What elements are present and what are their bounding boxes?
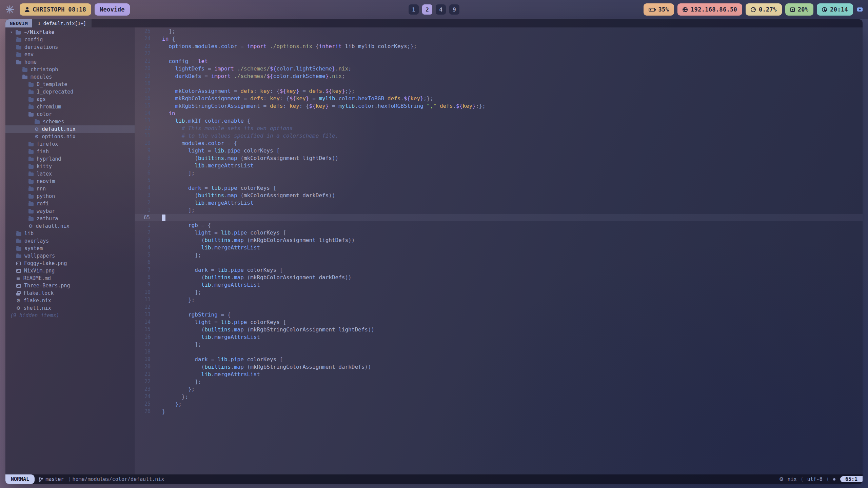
code-line[interactable]: 3 (builtins.map (mkColorAssignment darkD… [135, 191, 863, 199]
code-line[interactable]: 10 modules.color = { [135, 139, 863, 147]
code-line[interactable]: 17 mkColorAssignment = defs: key: {${key… [135, 87, 863, 95]
tree-item[interactable]: lib [5, 230, 135, 237]
editor[interactable]: 25 ];24in {23 options.modules.color = im… [135, 27, 863, 474]
code-line[interactable]: 20 (builtins.map (mkRgbStringColorAssign… [135, 363, 863, 370]
tree-item[interactable]: wallpapers [5, 252, 135, 260]
code-line[interactable]: 11 }; [135, 296, 863, 303]
code-line[interactable]: 19 darkDefs = import ./schemes/${color.d… [135, 72, 863, 80]
tree-item[interactable]: ⚙shell.nix [5, 304, 135, 312]
user-time-badge[interactable]: CHRISTOPH 08:18 [20, 3, 91, 16]
code-line[interactable]: 4 dark = lib.pipe colorKeys [ [135, 184, 863, 191]
code-line[interactable]: 22 ]; [135, 378, 863, 385]
code-line[interactable]: 9 light = lib.pipe colorKeys [ [135, 147, 863, 154]
code-line[interactable]: 13 lib.mkIf color.enable { [135, 117, 863, 124]
code-line[interactable]: 16 lib.mergeAttrsList [135, 333, 863, 341]
tree-item[interactable]: waybar [5, 207, 135, 215]
tree-item[interactable]: fish [5, 148, 135, 155]
tree-item[interactable]: christoph [5, 66, 135, 73]
code-line[interactable]: 14 in [135, 109, 863, 117]
tree-item[interactable]: zathura [5, 215, 135, 222]
code-line[interactable]: 9 lib.mergeAttrsList [135, 281, 863, 288]
code-line[interactable]: 18 [135, 80, 863, 87]
network-badge[interactable]: 192.168.86.50 [677, 3, 742, 16]
code-line[interactable]: 24 }; [135, 393, 863, 400]
code-line[interactable]: 26} [135, 408, 863, 415]
tree-item[interactable]: ⚙default.nix [5, 222, 135, 230]
code-line[interactable]: 16 mkRgbColorAssignment = defs: key: {${… [135, 95, 863, 102]
code-line[interactable]: 4 lib.mergeAttrsList [135, 244, 863, 251]
code-line[interactable]: 23 }; [135, 385, 863, 393]
code-line[interactable]: 21 config = let [135, 57, 863, 65]
tree-item[interactable]: kitty [5, 163, 135, 170]
tree-item[interactable]: ▾~/NixFlake [5, 28, 135, 36]
code-line[interactable]: 17 ]; [135, 341, 863, 348]
tree-item[interactable]: nnn [5, 185, 135, 192]
code-line[interactable]: 18 [135, 348, 863, 355]
tree-item[interactable]: ags [5, 96, 135, 103]
tree-item[interactable]: ⚙options.nix [5, 133, 135, 140]
tree-item[interactable]: 1_deprecated [5, 88, 135, 96]
code-line[interactable]: 11 # to the values specified in a colors… [135, 132, 863, 139]
tree-item[interactable]: Three-Bears.png [5, 282, 135, 289]
code-line[interactable]: 1 ]; [135, 206, 863, 214]
tree-item[interactable]: neovim [5, 178, 135, 185]
tree-item[interactable]: schemes [5, 118, 135, 125]
code-line[interactable]: 25 }; [135, 400, 863, 408]
code-line[interactable]: 25 ]; [135, 27, 863, 35]
tree-item[interactable]: latex [5, 170, 135, 178]
workspace-9[interactable]: 9 [449, 4, 459, 15]
code-line[interactable]: 24in { [135, 35, 863, 42]
tree-item[interactable]: ⚙default.nix [5, 125, 135, 133]
workspace-1[interactable]: 1 [409, 4, 419, 15]
tree-item[interactable]: derivations [5, 43, 135, 51]
memory-badge[interactable]: 20% [785, 3, 814, 16]
tree-item[interactable]: env [5, 51, 135, 58]
code-line[interactable]: 19 dark = lib.pipe colorKeys [ [135, 355, 863, 363]
code-line[interactable]: 3 (builtins.map (mkRgbColorAssignment li… [135, 236, 863, 244]
code-line[interactable]: 6 [135, 259, 863, 266]
code-line[interactable]: 5 ]; [135, 251, 863, 259]
code-line[interactable]: 65 [135, 214, 863, 221]
tree-item[interactable]: hyprland [5, 155, 135, 163]
workspace-2[interactable]: 2 [422, 4, 432, 15]
tree-item[interactable]: overlays [5, 237, 135, 245]
workspace-4[interactable]: 4 [436, 4, 446, 15]
tab-default-nix[interactable]: 1 default.nix[1+] [32, 19, 92, 27]
tree-item[interactable]: color [5, 110, 135, 118]
code-line[interactable]: 6 ]; [135, 169, 863, 177]
code-line[interactable]: 2 lib.mergeAttrsList [135, 199, 863, 206]
code-line[interactable]: 20 lightDefs = import ./schemes/${color.… [135, 65, 863, 72]
tree-item[interactable]: system [5, 245, 135, 252]
tree-item[interactable]: rofi [5, 200, 135, 207]
tree-item[interactable]: Foggy-Lake.png [5, 260, 135, 267]
code-line[interactable]: 14 light = lib.pipe colorKeys [ [135, 318, 863, 326]
code-line[interactable]: 8 (builtins.map (mkColorAssignment light… [135, 154, 863, 162]
app-badge[interactable]: Neovide [95, 3, 130, 16]
nix-logo-icon[interactable] [5, 4, 15, 15]
tree-item[interactable]: python [5, 192, 135, 200]
tree-item[interactable]: firefox [5, 140, 135, 148]
tree-item[interactable]: modules [5, 73, 135, 81]
tree-item[interactable]: home [5, 58, 135, 66]
tree-item[interactable]: ⚙flake.nix [5, 297, 135, 304]
code-line[interactable]: 12 # This module sets its own options [135, 124, 863, 132]
cpu-badge[interactable]: 0.27% [746, 3, 782, 16]
tree-item[interactable]: config [5, 36, 135, 43]
code-line[interactable]: 12 [135, 303, 863, 311]
code-line[interactable]: 15 mkRgbStringColorAssignment = defs: ke… [135, 102, 863, 109]
code-line[interactable]: 7 dark = lib.pipe colorKeys [ [135, 266, 863, 273]
code-line[interactable]: 13 rgbString = { [135, 311, 863, 318]
code-line[interactable]: 8 (builtins.map (mkRgbColorAssignment da… [135, 273, 863, 281]
tree-item[interactable]: chromium [5, 103, 135, 110]
code-line[interactable]: 10 ]; [135, 288, 863, 296]
battery-badge[interactable]: 35% [644, 3, 674, 16]
code-line[interactable]: 7 lib.mergeAttrsList [135, 162, 863, 169]
tree-item[interactable]: NixVim.png [5, 267, 135, 274]
code-line[interactable]: 22 [135, 50, 863, 57]
code-line[interactable]: 5 [135, 177, 863, 184]
code-line[interactable]: 15 (builtins.map (mkRgbStringColorAssign… [135, 326, 863, 333]
tree-item[interactable]: 0_template [5, 81, 135, 88]
tree-item[interactable]: flake.lock [5, 289, 135, 297]
code-line[interactable]: 23 options.modules.color = import ./opti… [135, 42, 863, 50]
code-line[interactable]: 21 lib.mergeAttrsList [135, 370, 863, 378]
